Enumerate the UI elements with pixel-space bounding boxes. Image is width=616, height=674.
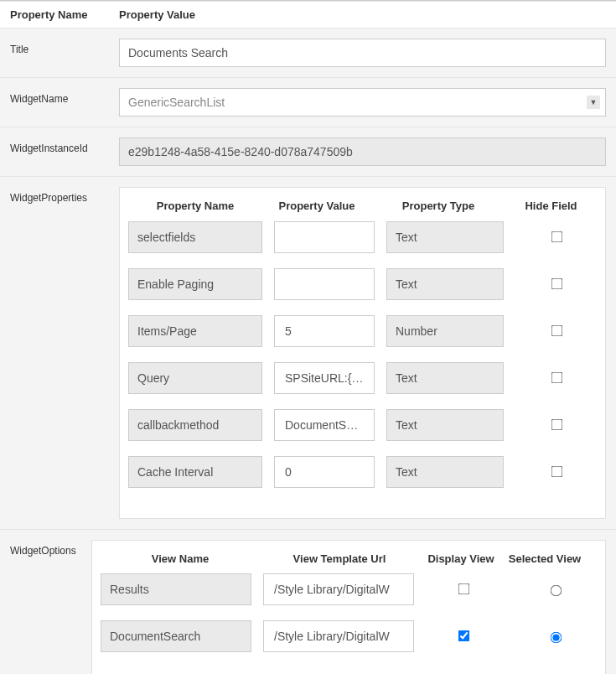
property-value-input[interactable] — [283, 222, 365, 252]
property-value-input[interactable] — [283, 457, 365, 487]
property-type-cell: Text — [386, 362, 504, 394]
property-value-cell[interactable] — [274, 456, 375, 488]
property-value-cell[interactable] — [274, 221, 375, 253]
props-header-value: Property Value — [262, 200, 371, 213]
hide-field-checkbox[interactable] — [551, 325, 562, 337]
selected-view-radio[interactable] — [550, 584, 562, 596]
property-name-cell: Enable Paging — [128, 268, 262, 300]
widget-options-header: View Name View Template Url Display View… — [101, 549, 597, 573]
property-value-input[interactable] — [283, 363, 365, 393]
label-widget-properties: WidgetProperties — [10, 187, 119, 204]
property-value-cell[interactable] — [274, 268, 375, 300]
row-widget-name: WidgetName GenericSearchList ▼ — [0, 78, 616, 127]
label-title: Title — [10, 39, 119, 55]
property-value-input[interactable] — [283, 316, 365, 346]
hide-field-checkbox[interactable] — [551, 466, 562, 478]
opts-header-viewname: View Name — [101, 552, 260, 565]
view-template-cell[interactable] — [263, 573, 414, 605]
column-header-row: Property Name Property Value — [0, 2, 616, 29]
widget-properties-header: Property Name Property Value Property Ty… — [128, 196, 597, 221]
property-row: Enable PagingText — [128, 268, 597, 300]
property-name-cell: Query — [128, 362, 262, 394]
display-view-checkbox[interactable] — [458, 630, 470, 642]
opts-header-display: Display View — [419, 552, 503, 565]
label-widget-options: WidgetOptions — [10, 540, 91, 557]
property-row: Items/PageNumber — [128, 315, 597, 347]
selected-view-radio[interactable] — [550, 631, 562, 643]
widget-properties-panel: Property Name Property Value Property Ty… — [119, 187, 606, 519]
header-property-value: Property Value — [119, 8, 606, 21]
readonly-widget-instance-id: e29b1248-4a58-415e-8240-d078a747509b — [119, 137, 606, 166]
select-widget-name-value: GenericSearchList — [128, 96, 587, 109]
property-type-cell: Text — [386, 268, 504, 300]
hide-field-checkbox[interactable] — [551, 419, 562, 431]
property-row: QueryText — [128, 362, 597, 394]
property-name-cell: callbackmethod — [128, 409, 262, 441]
hide-field-checkbox[interactable] — [551, 372, 562, 384]
view-template-cell[interactable] — [263, 620, 414, 652]
row-widget-options: WidgetOptions View Name View Template Ur… — [0, 530, 616, 674]
property-type-cell: Number — [386, 315, 504, 347]
property-value-cell[interactable] — [274, 409, 375, 441]
property-type-cell: Text — [386, 221, 504, 253]
widget-options-panel: View Name View Template Url Display View… — [91, 540, 606, 674]
property-value-input[interactable] — [283, 410, 365, 440]
property-type-cell: Text — [386, 409, 504, 441]
view-name-cell: DocumentSearch — [101, 620, 251, 652]
props-header-hide: Hide Field — [505, 200, 597, 213]
opts-header-template: View Template Url — [260, 552, 419, 565]
display-view-checkbox[interactable] — [458, 583, 470, 595]
option-row: DocumentSearch — [101, 620, 597, 652]
property-value-input[interactable] — [283, 269, 365, 299]
property-name-cell: Items/Page — [128, 315, 262, 347]
label-widget-name: WidgetName — [10, 88, 119, 105]
row-title: Title — [0, 29, 616, 78]
props-header-type: Property Type — [371, 200, 505, 213]
hide-field-checkbox[interactable] — [551, 231, 562, 243]
opts-header-selected: Selected View — [503, 552, 587, 565]
header-property-name: Property Name — [10, 8, 119, 21]
property-value-cell[interactable] — [274, 315, 375, 347]
label-widget-instance-id: WidgetInstanceId — [10, 137, 119, 154]
props-header-name: Property Name — [128, 200, 262, 213]
view-name-cell: Results — [101, 573, 251, 605]
property-type-cell: Text — [386, 456, 504, 488]
row-widget-properties: WidgetProperties Property Name Property … — [0, 177, 616, 530]
chevron-down-icon: ▼ — [587, 96, 600, 109]
property-value-cell[interactable] — [274, 362, 375, 394]
row-widget-instance-id: WidgetInstanceId e29b1248-4a58-415e-8240… — [0, 127, 616, 177]
hide-field-checkbox[interactable] — [551, 278, 562, 290]
option-row: Results — [101, 573, 597, 605]
property-name-cell: Cache Interval — [128, 456, 262, 488]
property-name-cell: selectfields — [128, 221, 262, 253]
property-row: selectfieldsText — [128, 221, 597, 253]
select-widget-name[interactable]: GenericSearchList ▼ — [119, 88, 606, 117]
input-title[interactable] — [119, 39, 606, 67]
view-template-input[interactable] — [272, 574, 405, 604]
property-row: Cache IntervalText — [128, 456, 597, 488]
view-template-input[interactable] — [272, 621, 405, 651]
property-row: callbackmethodText — [128, 409, 597, 441]
